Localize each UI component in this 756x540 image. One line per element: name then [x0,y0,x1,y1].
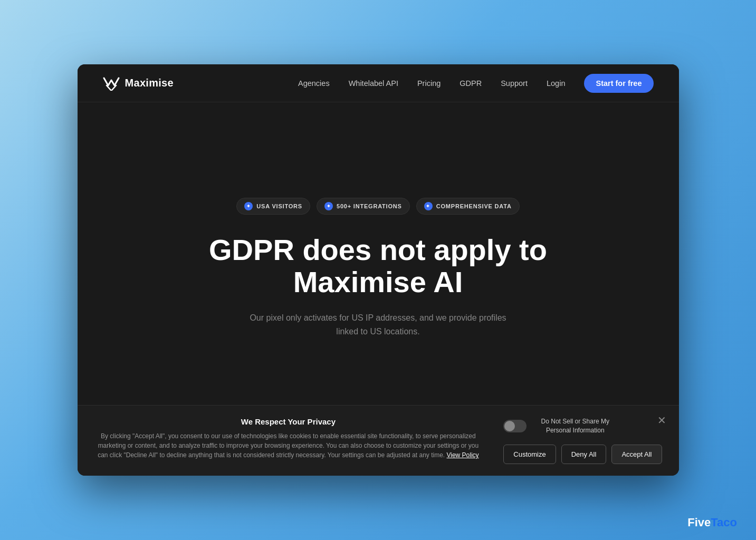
badge-icon-usa: ✦ [244,202,253,210]
cookie-title: We Respect Your Privacy [94,417,483,426]
nav-link-agencies[interactable]: Agencies [298,79,330,88]
browser-window: Maximise Agencies Whitelabel API Pricing… [78,64,679,476]
view-policy-link[interactable]: View Policy [446,451,479,459]
nav-link-whitelabel[interactable]: Whitelabel API [349,79,398,88]
badge-usa-visitors: ✦ USA VISITORS [236,198,310,215]
fivetaco-blue: Taco [711,516,737,529]
logo[interactable]: Maximise [103,76,174,91]
nav-links: Agencies Whitelabel API Pricing GDPR Sup… [298,74,654,93]
hero-subtitle: Our pixel only activates for US IP addre… [241,311,515,338]
fivetaco-white: Five [687,516,711,529]
deny-all-button[interactable]: Deny All [561,445,607,464]
logo-icon [103,76,120,91]
do-not-sell-label: Do Not Sell or Share My Personal Informa… [533,417,617,435]
cookie-close-button[interactable]: ✕ [657,415,666,426]
hero-section: ✦ USA VISITORS ✦ 500+ INTEGRATIONS ✦ COM… [78,102,679,476]
cookie-body: By clicking "Accept All", you consent to… [94,431,483,460]
customize-button[interactable]: Customize [503,445,556,464]
start-for-free-button[interactable]: Start for free [584,74,653,93]
badge-integrations: ✦ 500+ INTEGRATIONS [317,198,410,215]
badge-group: ✦ USA VISITORS ✦ 500+ INTEGRATIONS ✦ COM… [236,198,519,215]
badge-icon-data: ✦ [424,202,433,210]
cookie-banner: We Respect Your Privacy By clicking "Acc… [78,405,679,476]
cookie-right: Do Not Sell or Share My Personal Informa… [503,417,662,464]
cookie-content: We Respect Your Privacy By clicking "Acc… [94,417,483,460]
do-not-sell-row: Do Not Sell or Share My Personal Informa… [503,417,617,435]
brand-name: Maximise [125,77,174,89]
navbar: Maximise Agencies Whitelabel API Pricing… [78,64,679,102]
nav-link-login[interactable]: Login [547,79,565,88]
cookie-buttons: Customize Deny All Accept All [503,445,662,464]
do-not-sell-toggle[interactable] [503,420,527,432]
badge-comprehensive-data: ✦ COMPREHENSIVE DATA [416,198,520,215]
hero-title: GDPR does not apply to Maximise AI [194,234,563,298]
badge-icon-integrations: ✦ [324,202,333,210]
accept-all-button[interactable]: Accept All [611,445,662,464]
nav-link-pricing[interactable]: Pricing [417,79,441,88]
nav-link-gdpr[interactable]: GDPR [460,79,482,88]
nav-link-support[interactable]: Support [501,79,528,88]
fivetaco-branding: FiveTaco [687,516,737,529]
